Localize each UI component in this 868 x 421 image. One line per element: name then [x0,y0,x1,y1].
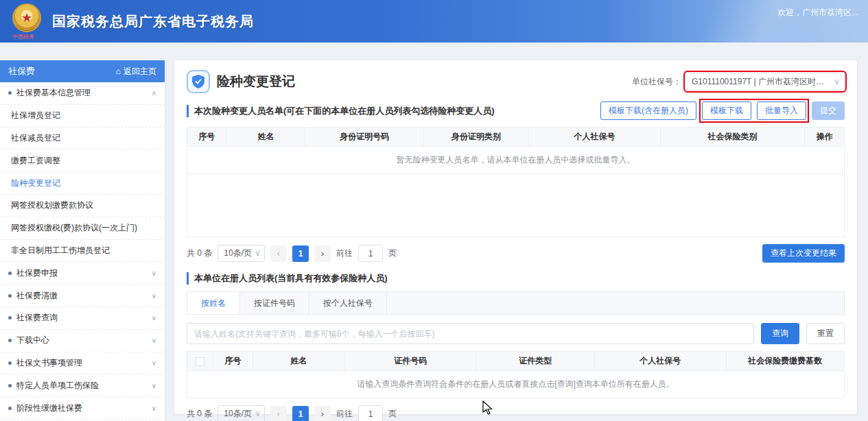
template-download-with-staff-button[interactable]: 模板下载(含在册人员) [600,101,696,120]
sidebar-group-document-management[interactable]: 社保文书事项管理 ∨ [0,352,165,375]
prev-page-button[interactable]: ‹ [270,245,287,262]
group-label: 阶段性缓缴社保费 [16,402,149,414]
bullet-icon [8,361,12,365]
goto-page-input[interactable] [358,245,383,262]
col-insurance-category: 社会保险类别 [660,128,805,147]
sidebar-item-payment-wage-adjustment[interactable]: 缴费工资调整 [0,149,165,172]
welcome-text[interactable]: 欢迎，广州市荔湾区... [777,7,858,19]
group-label: 社保费基本信息管理 [16,87,149,99]
unit-social-number-label: 单位社保号： [632,76,681,88]
chevron-down-icon: ∨ [152,269,156,277]
col-operation: 操作 [805,128,845,147]
total-count: 共 0 条 [187,408,212,420]
annotation-red-box: 模板下载 批量导入 [702,101,806,120]
item-label: 非全日制用工工伤增员登记 [11,245,156,256]
col-id-number: 证件号码 [344,352,476,371]
change-list-pagination: 共 0 条 10条/页 ∨ ‹ 1 › 前往 页 查看上次变更结果 [187,244,845,263]
group-label: 社保费清缴 [16,290,149,302]
item-label: 险种变更登记 [11,178,156,189]
page-size-value: 10条/页 [224,248,252,258]
chevron-up-icon: ∧ [152,89,156,97]
sidebar-item-social-insurance-remove-personnel[interactable]: 社保减员登记 [0,128,165,150]
roster-empty-message: 请输入查询条件查询符合条件的在册人员或者直接点击[查询]查询本单位所有在册人员。 [187,371,845,398]
name-search-input[interactable] [187,323,754,344]
prev-page-button[interactable]: ‹ [270,406,287,421]
page-size-value: 10条/页 [224,409,252,418]
change-list-table: 序号 姓名 身份证明号码 身份证明类别 个人社保号 社会保险类别 操作 暂无险种… [187,127,845,237]
col-name: 姓名 [253,352,344,371]
return-home-link[interactable]: ⌂ 返回主页 [116,66,156,77]
sidebar-group-query[interactable]: 社保费查询 ∨ [0,307,165,330]
item-label: 网签授权划缴费款协议 [11,200,156,211]
goto-unit: 页 [388,408,397,420]
current-page-button[interactable]: 1 [292,245,309,262]
total-count: 共 0 条 [187,248,212,259]
sidebar-item-insurance-type-change-registration[interactable]: 险种变更登记 [0,172,165,195]
bullet-icon [8,384,12,387]
tab-by-personal-ss-number[interactable]: 按个人社保号 [309,292,387,314]
sidebar-item-online-sign-tax-agreement-one-visit[interactable]: 网签授权缴税(费)款协议(一次上门) [0,217,165,240]
chevron-down-icon: ∨ [152,292,156,300]
sidebar-group-basic-info-management[interactable]: 社保费基本信息管理 ∧ [0,82,165,105]
next-page-button[interactable]: › [314,406,331,421]
col-select-all [187,352,213,371]
col-seq: 序号 [213,352,253,371]
sidebar-item-social-insurance-add-personnel[interactable]: 社保增员登记 [0,105,165,128]
tab-by-id-number[interactable]: 按证件号码 [240,292,309,314]
template-download-button[interactable]: 模板下载 [702,101,751,120]
col-id-number: 身份证明号码 [305,128,423,147]
select-all-checkbox[interactable] [196,357,204,366]
change-list-empty-message: 暂无险种变更人员名单，请从本单位在册人员中选择或批量导入。 [187,147,845,174]
chevron-down-icon: ∨ [152,337,156,344]
sidebar-group-declaration[interactable]: 社保费申报 ∨ [0,262,165,285]
logo-caption: 中国税务 [12,33,34,40]
chevron-down-icon: ∨ [152,359,156,367]
sidebar-item-online-sign-payment-agreement[interactable]: 网签授权划缴费款协议 [0,195,165,217]
sidebar-item-part-time-injury-add-personnel[interactable]: 非全日制用工工伤增员登记 [0,240,165,263]
submit-button[interactable]: 提交 [812,101,845,120]
star-icon: ★ [21,12,32,24]
current-page-button[interactable]: 1 [292,406,309,421]
bullet-icon [8,407,12,410]
col-id-type: 身份证明类别 [423,128,528,147]
batch-import-button[interactable]: 批量导入 [757,101,806,120]
content-card: 险种变更登记 单位社保号： G10111001197T | 广州市荔湾区时升展 … [174,60,857,414]
item-label: 社保减员登记 [11,132,156,144]
col-name: 姓名 [226,128,305,147]
chevron-down-icon: ∨ [152,382,156,389]
sidebar-group-settlement[interactable]: 社保费清缴 ∨ [0,285,165,307]
group-label: 社保费申报 [16,267,149,279]
item-label: 社保增员登记 [11,110,156,121]
unit-social-number-select[interactable]: G10111001197T | 广州市荔湾区时升展 ∨ [685,73,845,91]
bullet-icon [8,272,12,275]
group-label: 特定人员单项工伤保险 [16,380,149,392]
reset-button[interactable]: 重置 [806,323,845,344]
col-seq: 序号 [187,128,226,147]
return-home-label: 返回主页 [124,66,156,77]
shield-icon [187,70,210,93]
bullet-icon [8,316,12,320]
section1-title: 本次险种变更人员名单(可在下面的本单位在册人员列表勾选待险种变更人员) [187,105,495,117]
emblem-icon: ★ [12,3,41,32]
goto-label: 前往 [336,248,353,259]
group-label: 下载中心 [16,335,149,346]
chevron-down-icon: ∨ [255,245,261,261]
tab-by-name[interactable]: 按姓名 [187,292,240,314]
chevron-down-icon: ∨ [152,405,156,412]
col-personal-ss-number: 个人社保号 [529,128,661,147]
col-personal-ss-number: 个人社保号 [594,352,726,371]
query-button[interactable]: 查询 [761,323,799,344]
view-last-change-result-button[interactable]: 查看上次变更结果 [762,244,845,263]
col-payment-base: 社会保险费缴费基数 [726,352,844,371]
item-label: 缴费工资调整 [11,155,156,167]
goto-page-input[interactable] [358,405,383,421]
sidebar-group-phased-deferred-payment[interactable]: 阶段性缓缴社保费 ∨ [0,397,165,420]
goto-label: 前往 [336,408,353,420]
next-page-button[interactable]: › [314,245,331,262]
page-size-select[interactable]: 10条/页 ∨ [218,405,265,421]
sidebar-group-special-personnel-injury-insurance[interactable]: 特定人员单项工伤保险 ∨ [0,374,165,397]
sidebar-group-download-center[interactable]: 下载中心 ∨ [0,330,165,352]
goto-unit: 页 [388,248,397,259]
home-icon: ⌂ [116,67,121,76]
page-size-select[interactable]: 10条/页 ∨ [218,245,265,262]
